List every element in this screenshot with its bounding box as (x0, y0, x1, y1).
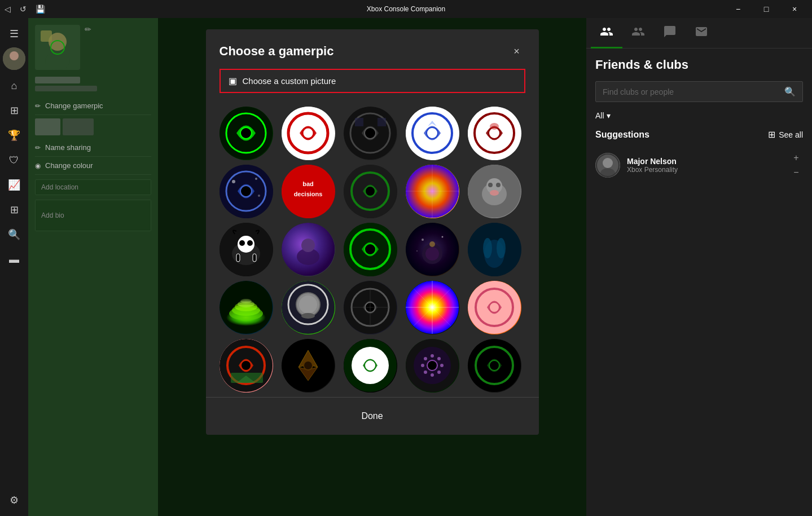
gamerpic-item[interactable] (220, 165, 273, 218)
window-controls: − □ × (725, 0, 807, 18)
custom-picture-label: Choose a custom picture (243, 76, 336, 86)
gamerpic-item[interactable] (344, 107, 397, 160)
svg-point-119 (437, 371, 441, 374)
minimize-button[interactable]: − (725, 0, 751, 18)
main-layout: ☰ ⌂ ⊞ 🏆 🛡 📈 ⊞ 🔍 ▬ ⚙ (0, 18, 812, 516)
gamerpic-item[interactable] (344, 165, 397, 218)
svg-point-118 (440, 364, 444, 367)
filter-all-button[interactable]: All ▾ (595, 111, 611, 120)
gamerpic-item[interactable] (468, 281, 521, 334)
svg-point-21 (427, 127, 438, 139)
change-colour-label: Change colour (45, 161, 93, 170)
right-panel-tabs (586, 18, 812, 48)
gamerpic-item[interactable] (282, 339, 335, 392)
add-bio-label: Add bio (41, 211, 64, 219)
back-icon[interactable]: ◁ (5, 5, 11, 14)
choose-custom-picture-button[interactable]: ▣ Choose a custom picture (220, 69, 525, 93)
svg-point-87 (301, 313, 315, 319)
sidebar-item-bar[interactable]: ▬ (3, 248, 25, 271)
gamerpic-item[interactable] (468, 165, 521, 218)
save-icon[interactable]: 💾 (36, 5, 45, 14)
sidebar-item-search[interactable]: 🔍 (3, 223, 25, 246)
svg-point-16 (365, 127, 376, 139)
maximize-button[interactable]: □ (753, 0, 779, 18)
gamerpic-item[interactable] (220, 107, 273, 160)
tab-chat[interactable] (654, 18, 686, 48)
svg-point-108 (304, 361, 313, 370)
refresh-icon[interactable]: ↺ (20, 5, 27, 14)
pencil-icon-2: ✏ (35, 144, 41, 152)
dismiss-suggestion-button[interactable]: − (789, 166, 803, 179)
major-nelson-subtitle: Xbox Personality (627, 166, 783, 174)
gamerpic-item[interactable] (282, 107, 335, 160)
gamerpic-item[interactable] (344, 223, 397, 276)
change-gamerpic-label: Change gamerpic (45, 102, 103, 110)
suggestions-header: Suggestions ⊞ See all (595, 129, 803, 140)
suggestion-actions: + − (789, 151, 803, 179)
modal-overlay[interactable]: Choose a gamerpic × ▣ Choose a custom pi… (158, 18, 586, 516)
search-icon: 🔍 (784, 86, 796, 97)
svg-point-53 (247, 240, 253, 246)
close-button[interactable]: × (782, 0, 807, 18)
sidebar-item-grid[interactable]: ⊞ (3, 99, 25, 122)
gamerpic-item[interactable] (344, 281, 397, 334)
edit-avatar-icon[interactable]: ✏ (85, 25, 91, 34)
svg-point-62 (365, 244, 376, 255)
gamerpic-item[interactable] (220, 339, 273, 392)
gamerpic-item[interactable] (220, 223, 273, 276)
sidebar-item-trending[interactable]: 📈 (3, 174, 25, 196)
sidebar-item-trophy[interactable]: 🏆 (3, 124, 25, 147)
gamerpic-item[interactable] (406, 223, 459, 276)
gamerpic-item[interactable] (220, 281, 273, 334)
change-colour-button[interactable]: ◉ Change colour (35, 157, 151, 175)
tab-friends[interactable] (591, 18, 622, 48)
avatar-row (35, 118, 151, 135)
gamerpic-item[interactable] (406, 165, 459, 218)
svg-point-67 (429, 241, 435, 247)
sidebar-item-home[interactable]: ⌂ (3, 74, 25, 97)
gamerpic-item[interactable] (282, 223, 335, 276)
done-button[interactable]: Done (343, 407, 401, 426)
svg-point-38 (365, 186, 375, 196)
user-avatar-small[interactable] (3, 47, 25, 70)
svg-point-66 (425, 247, 439, 261)
change-gamerpic-button[interactable]: ✏ Change gamerpic (35, 97, 151, 115)
svg-point-48 (490, 190, 499, 196)
add-location-button[interactable]: Add location (35, 179, 151, 195)
gamerpic-item[interactable] (468, 339, 521, 392)
gamerpic-item[interactable] (406, 339, 459, 392)
svg-point-122 (421, 364, 424, 367)
svg-point-10 (240, 127, 252, 139)
modal-close-button[interactable]: × (508, 43, 525, 60)
sidebar-item-menu[interactable]: ☰ (3, 23, 25, 45)
gamerpic-item[interactable] (344, 339, 397, 392)
add-location-container: Add location (35, 179, 151, 195)
gamerpic-item[interactable]: bad decisions (282, 165, 335, 218)
filter-label: All (595, 111, 604, 120)
search-input[interactable] (603, 87, 784, 96)
right-panel: Friends & clubs 🔍 All ▾ Suggestions ⊞ Se… (586, 18, 812, 516)
sidebar-item-shield[interactable]: 🛡 (3, 149, 25, 171)
chevron-down-icon: ▾ (607, 111, 611, 120)
svg-point-70 (416, 250, 418, 252)
see-all-button[interactable]: ⊞ See all (768, 129, 803, 140)
profile-avatar[interactable] (35, 25, 80, 70)
gamerpic-item[interactable] (468, 107, 521, 160)
svg-point-31 (255, 178, 257, 180)
gamerpic-modal: Choose a gamerpic × ▣ Choose a custom pi… (206, 29, 539, 435)
gamerpic-item[interactable] (406, 281, 459, 334)
name-sharing-button[interactable]: ✏ Name sharing (35, 139, 151, 157)
svg-point-120 (431, 373, 434, 377)
gamerpic-item[interactable] (406, 107, 459, 160)
add-bio-button[interactable]: Add bio (35, 200, 151, 231)
modal-title: Choose a gamerpic (220, 44, 334, 59)
add-friend-button[interactable]: + (789, 151, 803, 165)
gamerpic-item[interactable] (282, 281, 335, 334)
svg-text:bad: bad (302, 180, 314, 187)
sidebar-item-store[interactable]: ⊞ (3, 199, 25, 221)
svg-point-1 (10, 51, 19, 60)
tab-messages[interactable] (686, 18, 717, 48)
sidebar-item-settings[interactable]: ⚙ (3, 489, 25, 511)
gamerpic-item[interactable] (468, 223, 521, 276)
tab-clubs[interactable] (622, 18, 654, 48)
